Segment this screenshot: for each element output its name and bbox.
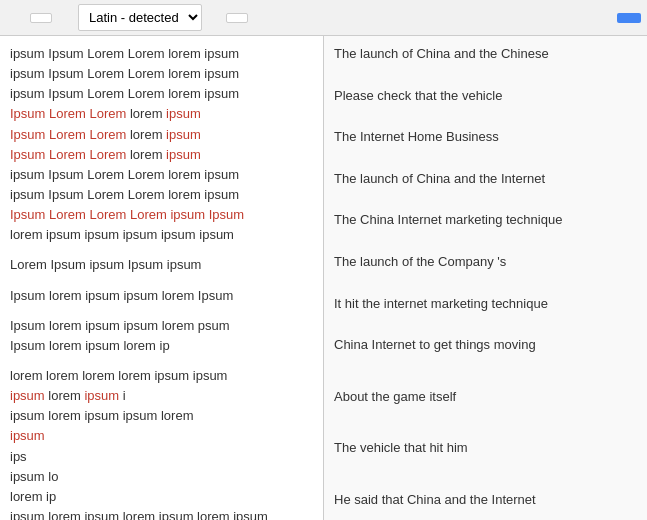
panels: ipsum Ipsum Lorem Lorem lorem ipsumipsum…	[0, 36, 647, 520]
list-item: ipsum	[10, 426, 313, 446]
tab-english[interactable]	[30, 13, 52, 23]
list-item: ipsum lorem ipsum lorem ipsum lorem ipsu…	[10, 507, 313, 520]
list-item: Ipsum Lorem Lorem lorem ipsum	[10, 125, 313, 145]
spacer	[334, 428, 637, 438]
list-item: ipsum lorem ipsum ipsum lorem	[10, 406, 313, 426]
tab-arabic-right[interactable]	[274, 13, 296, 23]
swap-button[interactable]	[210, 16, 218, 20]
list-item: ipsum lorem ipsum i	[10, 386, 313, 406]
toolbar: Latin - detected French German	[0, 0, 647, 36]
list-item: It hit the internet marketing technique	[334, 294, 637, 315]
list-item: About the game itself	[334, 387, 637, 408]
right-tabs	[226, 13, 296, 23]
list-item: ipsum Ipsum Lorem Lorem lorem ipsum	[10, 84, 313, 104]
list-item: lorem ipsum ipsum ipsum ipsum ipsum	[10, 225, 313, 245]
list-item: The launch of the Company 's	[334, 252, 637, 273]
spacer	[10, 356, 313, 366]
list-item: The vehicle that hit him	[334, 438, 637, 459]
list-item: China Internet to get things moving	[334, 335, 637, 356]
left-panel: ipsum Ipsum Lorem Lorem lorem ipsumipsum…	[0, 36, 324, 520]
list-item: Ipsum lorem ipsum ipsum lorem Ipsum	[10, 286, 313, 306]
right-panel: The launch of China and the ChinesePleas…	[324, 36, 647, 520]
list-item: Lorem Ipsum ipsum Ipsum ipsum	[10, 255, 313, 275]
list-item: ipsum Ipsum Lorem Lorem lorem ipsum	[10, 185, 313, 205]
spacer	[334, 377, 637, 387]
list-item: Ipsum Lorem Lorem lorem ipsum	[10, 145, 313, 165]
list-item: The launch of China and the Chinese	[334, 44, 637, 65]
list-item: ipsum lo	[10, 467, 313, 487]
list-item: ipsum Ipsum Lorem Lorem lorem ipsum	[10, 64, 313, 84]
language-dropdown[interactable]: Latin - detected French German	[78, 4, 202, 31]
list-item: The launch of China and the Internet	[334, 169, 637, 190]
tab-spanish-right[interactable]	[250, 13, 272, 23]
list-item: Please check that the vehicle	[334, 86, 637, 107]
tab-spanish[interactable]	[6, 13, 28, 23]
list-item: He said that China and the Internet	[334, 490, 637, 511]
spacer	[10, 276, 313, 286]
list-item: lorem ip	[10, 487, 313, 507]
list-item: lorem lorem lorem lorem ipsum ipsum	[10, 366, 313, 386]
right-text-content: The launch of China and the ChinesePleas…	[334, 44, 637, 520]
spacer	[334, 480, 637, 490]
tab-afrikaans[interactable]	[54, 13, 76, 23]
list-item: Ipsum Lorem Lorem Lorem ipsum Ipsum	[10, 205, 313, 225]
list-item: Ipsum lorem ipsum lorem ip	[10, 336, 313, 356]
list-item: The Internet Home Business	[334, 127, 637, 148]
spacer	[10, 306, 313, 316]
list-item: ipsum Ipsum Lorem Lorem lorem ipsum	[10, 44, 313, 64]
list-item: Ipsum Lorem Lorem lorem ipsum	[10, 104, 313, 124]
tab-english-right[interactable]	[226, 13, 248, 23]
spacer	[10, 245, 313, 255]
app-container: Latin - detected French German ipsum Ips…	[0, 0, 647, 520]
list-item: The China Internet marketing technique	[334, 210, 637, 231]
list-item: ipsum Ipsum Lorem Lorem lorem ipsum	[10, 165, 313, 185]
list-item: ips	[10, 447, 313, 467]
translate-button[interactable]	[617, 13, 641, 23]
list-item: Ipsum lorem ipsum ipsum lorem psum	[10, 316, 313, 336]
left-text-content: ipsum Ipsum Lorem Lorem lorem ipsumipsum…	[10, 44, 313, 520]
